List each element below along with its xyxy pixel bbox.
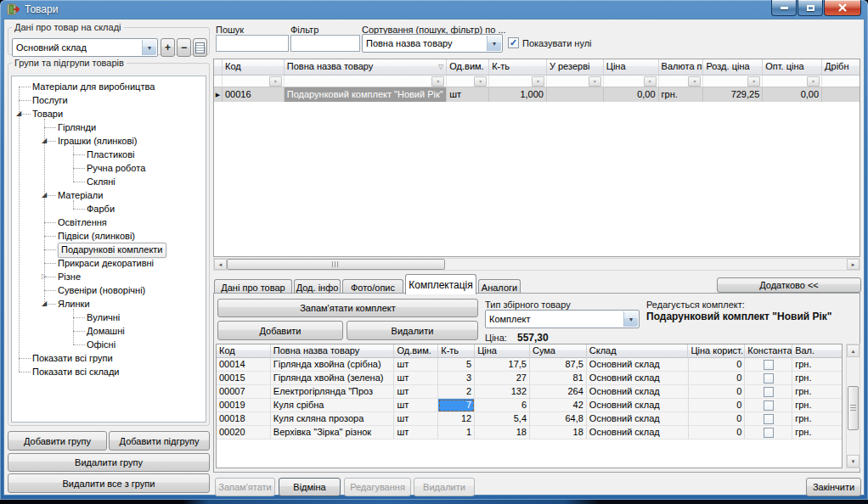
add-subgroup-button[interactable]: Добавити підгрупу bbox=[109, 431, 210, 451]
filter-dropdown-icon[interactable]: ▾ bbox=[807, 76, 820, 87]
column-header[interactable]: Опт. ціна bbox=[763, 59, 822, 76]
filter-dropdown-icon[interactable]: ▾ bbox=[474, 76, 487, 87]
titlebar[interactable]: Товари bbox=[0, 0, 868, 19]
footer-cancel-button[interactable]: Відміна bbox=[279, 478, 341, 496]
filter-dropdown-icon[interactable]: ▾ bbox=[688, 76, 701, 87]
column-header[interactable]: Код bbox=[223, 59, 285, 76]
filter-dropdown-icon[interactable]: ▾ bbox=[532, 76, 544, 87]
tree-item[interactable]: Прикраси декоративні bbox=[12, 256, 206, 270]
tree-item[interactable]: Освітлення bbox=[12, 216, 206, 229]
footer-edit-button[interactable]: Редагування bbox=[344, 478, 411, 496]
tree-item[interactable]: Показати всі групи bbox=[12, 351, 206, 365]
sort-select[interactable]: Повна назва товару ▾ bbox=[362, 34, 503, 53]
column-header[interactable]: К-ть bbox=[438, 344, 475, 358]
tree-item-selected[interactable]: Подарункові комплекти bbox=[12, 243, 206, 256]
column-header[interactable]: Од.вим. bbox=[394, 344, 438, 358]
component-row[interactable]: 00014 Гірлянда хвойна (срібна) шт 5 17,5… bbox=[217, 358, 842, 372]
column-header[interactable]: У резерві bbox=[547, 59, 604, 76]
maximize-button[interactable] bbox=[798, 0, 823, 16]
tree-item[interactable]: Гірлянди bbox=[12, 120, 206, 134]
tree-item[interactable]: ◢Товари bbox=[12, 107, 206, 120]
expander-expanded-icon[interactable]: ◢ bbox=[39, 134, 49, 148]
tree-item[interactable]: Фарби bbox=[12, 202, 206, 216]
filter-cell[interactable]: ▾ bbox=[604, 76, 659, 87]
column-header[interactable]: Вал. bbox=[792, 344, 842, 358]
tree-item[interactable]: Підвіси (ялинкові) bbox=[12, 229, 206, 243]
kit-type-select[interactable]: Комплект ▾ bbox=[485, 310, 640, 328]
tree-item[interactable]: Скляні bbox=[12, 175, 206, 188]
delete-all-from-group-button[interactable]: Видалити все з групи bbox=[8, 473, 210, 493]
search-input[interactable] bbox=[216, 35, 289, 52]
component-row[interactable]: 00015 Гірлянда хвойна (зелена) шт 3 27 8… bbox=[217, 372, 842, 385]
tree-item[interactable]: ◢Ялинки bbox=[12, 297, 206, 311]
kit-remove-button[interactable]: Видалити bbox=[347, 321, 478, 340]
footer-save-button[interactable]: Запам'ятати bbox=[215, 478, 275, 496]
column-header[interactable]: Повна назва товару bbox=[271, 344, 395, 358]
filter-cell[interactable]: ▾ bbox=[447, 76, 489, 87]
component-qty-cell[interactable]: 3 bbox=[438, 372, 475, 385]
filter-cell[interactable]: ▾ bbox=[223, 76, 285, 87]
tree-item[interactable]: ◢Іграшки (ялинкові) bbox=[12, 134, 206, 148]
filter-dropdown-icon[interactable]: ▾ bbox=[589, 76, 601, 87]
component-qty-cell[interactable]: 2 bbox=[438, 385, 475, 399]
constant-checkbox[interactable] bbox=[764, 387, 774, 397]
component-qty-cell-selected[interactable]: 7 bbox=[438, 399, 475, 412]
filter-cell[interactable] bbox=[822, 76, 860, 87]
scroll-left-icon[interactable]: ◂ bbox=[214, 259, 227, 270]
components-vscrollbar[interactable]: ▴ ▾ bbox=[846, 344, 860, 468]
tree-item[interactable]: Матеріали для виробництва bbox=[12, 80, 206, 93]
filter-cell[interactable]: ▾ bbox=[489, 76, 547, 87]
component-row[interactable]: 00007 Електрогірлянда "Проз шт 2 132 264… bbox=[217, 385, 842, 399]
column-header[interactable]: Дрібн bbox=[822, 59, 860, 76]
warehouse-report-button[interactable] bbox=[193, 38, 207, 57]
expander-expanded-icon[interactable]: ◢ bbox=[39, 297, 49, 311]
component-qty-cell[interactable]: 12 bbox=[438, 412, 475, 426]
tree-item[interactable]: Ручна робота bbox=[12, 161, 206, 175]
vscrollbar-thumb[interactable] bbox=[848, 386, 859, 430]
tree-item[interactable]: ◢Матеріали bbox=[12, 188, 206, 202]
constant-checkbox[interactable] bbox=[764, 428, 774, 438]
column-header[interactable]: К-ть bbox=[489, 59, 547, 76]
column-header[interactable]: Валюта пр bbox=[659, 59, 704, 76]
kit-add-button[interactable]: Добавити bbox=[217, 321, 343, 340]
products-hscrollbar[interactable]: ◂ ▸ bbox=[213, 258, 860, 271]
filter-dropdown-icon[interactable]: ▾ bbox=[644, 76, 657, 87]
delete-group-button[interactable]: Видалити групу bbox=[8, 453, 210, 472]
add-warehouse-button[interactable]: + bbox=[161, 38, 175, 57]
column-header[interactable]: Ціна корист. bbox=[688, 344, 745, 358]
column-header[interactable]: Константа bbox=[745, 344, 792, 358]
component-qty-cell[interactable]: 5 bbox=[438, 358, 475, 372]
filter-cell[interactable]: ▾ bbox=[703, 76, 763, 87]
filter-input[interactable] bbox=[290, 35, 360, 52]
expander-collapsed-icon[interactable]: ▷ bbox=[39, 270, 49, 283]
filter-cell[interactable]: ▾ bbox=[547, 76, 604, 87]
component-qty-cell[interactable]: 1 bbox=[438, 426, 475, 440]
column-header[interactable]: Повна назва товару▽ bbox=[285, 59, 447, 76]
constant-checkbox[interactable] bbox=[764, 414, 774, 424]
tree-item[interactable]: Показати всі склади bbox=[12, 365, 206, 378]
close-button[interactable] bbox=[824, 0, 861, 16]
more-button[interactable]: Додатково << bbox=[717, 277, 861, 293]
constant-checkbox[interactable] bbox=[764, 360, 774, 370]
expander-expanded-icon[interactable]: ◢ bbox=[39, 188, 49, 202]
column-header[interactable]: Розд. ціна bbox=[703, 59, 763, 76]
tree-item[interactable]: Сувеніри (новорічні) bbox=[12, 283, 206, 297]
column-header[interactable]: Ціна bbox=[604, 59, 659, 76]
constant-checkbox[interactable] bbox=[764, 400, 774, 411]
filter-cell[interactable]: ▾ bbox=[285, 76, 447, 87]
filter-dropdown-icon[interactable]: ▾ bbox=[747, 76, 760, 87]
add-group-button[interactable]: Добавити групу bbox=[8, 431, 107, 451]
product-row[interactable]: ▶ 00016 Подарунковий комплект "Новий Рік… bbox=[214, 87, 860, 102]
component-row-selected[interactable]: 00019 Куля срібна шт 7 6 42 Основний скл… bbox=[217, 399, 842, 412]
tree-item[interactable]: ▷Різне bbox=[12, 270, 206, 283]
warehouse-select[interactable]: Основний склад ▾ bbox=[12, 38, 158, 57]
constant-checkbox[interactable] bbox=[764, 373, 774, 384]
tree-item[interactable]: Вуличні bbox=[12, 311, 206, 324]
tree-item[interactable]: Послуги bbox=[12, 93, 206, 107]
tab-kit[interactable]: Комплектація bbox=[405, 274, 476, 294]
component-row[interactable]: 00018 Куля скляна прозора шт 12 5,4 64,8… bbox=[217, 412, 842, 426]
tree-item[interactable]: Пластикові bbox=[12, 148, 206, 161]
minimize-button[interactable] bbox=[771, 0, 797, 16]
column-header[interactable]: Од.вим. bbox=[447, 59, 489, 76]
column-header[interactable]: Склад bbox=[587, 344, 689, 358]
